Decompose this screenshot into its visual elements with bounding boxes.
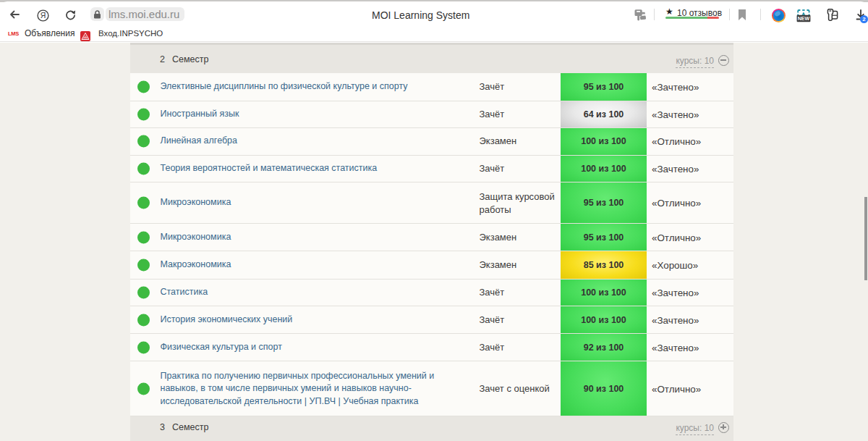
svg-text:Я: Я <box>41 11 46 20</box>
svg-text:NEW: NEW <box>798 15 810 22</box>
